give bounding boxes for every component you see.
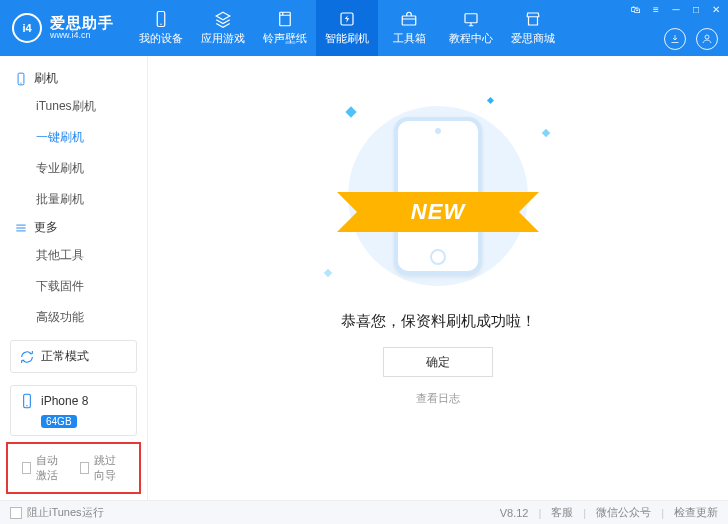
success-illustration: NEW: [323, 96, 553, 296]
phone-icon: [19, 393, 35, 409]
sidebar-item-0-3[interactable]: 批量刷机: [0, 184, 147, 215]
device-storage-badge: 64GB: [41, 415, 77, 428]
footer-link-support[interactable]: 客服: [551, 505, 573, 520]
version-label: V8.12: [500, 507, 529, 519]
svg-rect-3: [402, 16, 416, 25]
tab-label: 应用游戏: [201, 31, 245, 46]
tutorial-icon: [462, 10, 480, 28]
sidebar-item-0-0[interactable]: iTunes刷机: [0, 91, 147, 122]
minimize-icon[interactable]: ─: [670, 3, 682, 15]
sidebar-group-title: 更多: [34, 219, 58, 236]
sidebar-item-1-1[interactable]: 下载固件: [0, 271, 147, 302]
device-info-box[interactable]: iPhone 8 64GB: [10, 385, 137, 436]
tab-flash[interactable]: 智能刷机: [316, 0, 378, 56]
close-icon[interactable]: ✕: [710, 3, 722, 15]
cart-icon[interactable]: 🛍: [630, 3, 642, 15]
toolbox-icon: [400, 10, 418, 28]
tab-ringtone[interactable]: 铃声壁纸: [254, 0, 316, 56]
view-log-link[interactable]: 查看日志: [416, 391, 460, 406]
device-icon: [152, 10, 170, 28]
svg-rect-1: [280, 12, 291, 26]
sidebar-item-0-2[interactable]: 专业刷机: [0, 153, 147, 184]
auto-activate-label: 自动激活: [36, 453, 67, 483]
tab-label: 智能刷机: [325, 31, 369, 46]
sidebar-item-1-2[interactable]: 高级功能: [0, 302, 147, 333]
account-button[interactable]: [696, 28, 718, 50]
tab-label: 铃声壁纸: [263, 31, 307, 46]
auto-activate-checkbox[interactable]: 自动激活: [22, 453, 68, 483]
new-ribbon: NEW: [363, 192, 513, 232]
tab-label: 爱思商城: [511, 31, 555, 46]
confirm-button[interactable]: 确定: [383, 347, 493, 377]
tab-label: 我的设备: [139, 31, 183, 46]
app-header: i4 爱思助手 www.i4.cn 我的设备应用游戏铃声壁纸智能刷机工具箱教程中…: [0, 0, 728, 56]
bottom-options-highlight: 自动激活 跳过向导: [6, 442, 141, 494]
status-bar: 阻止iTunes运行 V8.12 | 客服 | 微信公众号 | 检查更新: [0, 500, 728, 524]
tab-label: 教程中心: [449, 31, 493, 46]
refresh-icon: [19, 349, 35, 365]
download-center-button[interactable]: [664, 28, 686, 50]
ribbon-text: NEW: [411, 199, 465, 225]
tab-device[interactable]: 我的设备: [130, 0, 192, 56]
tab-tutorial[interactable]: 教程中心: [440, 0, 502, 56]
menu-icon[interactable]: ≡: [650, 3, 662, 15]
window-controls: 🛍 ≡ ─ □ ✕: [630, 3, 722, 15]
skip-guide-label: 跳过向导: [94, 453, 125, 483]
footer-link-update[interactable]: 检查更新: [674, 505, 718, 520]
block-itunes-checkbox[interactable]: 阻止iTunes运行: [10, 505, 104, 520]
tab-store[interactable]: 爱思商城: [502, 0, 564, 56]
footer-link-wechat[interactable]: 微信公众号: [596, 505, 651, 520]
main-content: NEW 恭喜您，保资料刷机成功啦！ 确定 查看日志: [148, 56, 728, 500]
header-tabs: 我的设备应用游戏铃声壁纸智能刷机工具箱教程中心爱思商城: [130, 0, 564, 56]
store-icon: [524, 10, 542, 28]
sidebar-group-0: 刷机: [0, 66, 147, 91]
sidebar: 刷机iTunes刷机一键刷机专业刷机批量刷机更多其他工具下载固件高级功能 正常模…: [0, 56, 148, 500]
sidebar-group-1: 更多: [0, 215, 147, 240]
tab-label: 工具箱: [393, 31, 426, 46]
block-itunes-label: 阻止iTunes运行: [27, 505, 104, 520]
svg-rect-4: [465, 14, 477, 23]
flash-icon: [338, 10, 356, 28]
device-mode-box[interactable]: 正常模式: [10, 340, 137, 373]
brand-logo: i4 爱思助手 www.i4.cn: [0, 13, 124, 43]
brand-mark: i4: [12, 13, 42, 43]
skip-guide-checkbox[interactable]: 跳过向导: [80, 453, 126, 483]
ringtone-icon: [276, 10, 294, 28]
tab-toolbox[interactable]: 工具箱: [378, 0, 440, 56]
success-message: 恭喜您，保资料刷机成功啦！: [341, 312, 536, 331]
device-mode-label: 正常模式: [41, 348, 89, 365]
menu-icon: [14, 221, 28, 235]
sidebar-group-title: 刷机: [34, 70, 58, 87]
device-name: iPhone 8: [41, 394, 88, 408]
brand-site: www.i4.cn: [50, 31, 114, 41]
sidebar-item-1-0[interactable]: 其他工具: [0, 240, 147, 271]
svg-point-5: [705, 35, 709, 39]
device-icon: [14, 72, 28, 86]
tab-apps[interactable]: 应用游戏: [192, 0, 254, 56]
maximize-icon[interactable]: □: [690, 3, 702, 15]
brand-name: 爱思助手: [50, 15, 114, 32]
apps-icon: [214, 10, 232, 28]
sidebar-item-0-1[interactable]: 一键刷机: [0, 122, 147, 153]
